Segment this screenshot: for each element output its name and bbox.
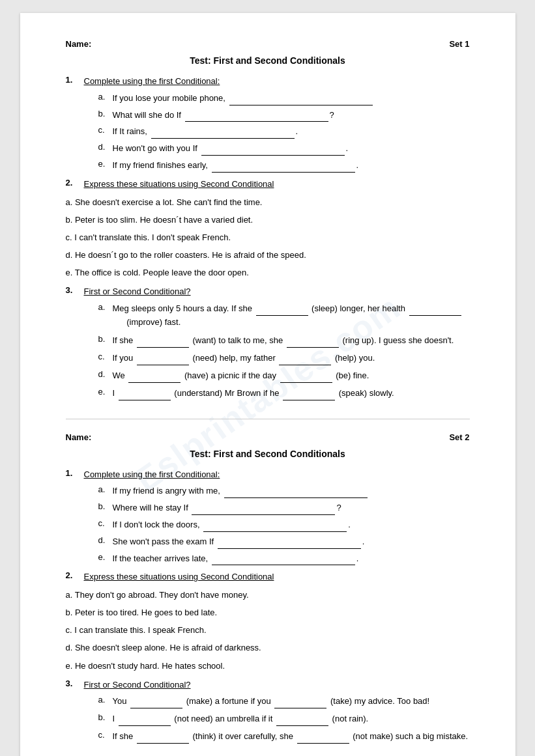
set2-q3: 3. First or Second Conditional?: [66, 679, 470, 692]
set2-q1-items: a. If my friend is angry with me, b. Whe…: [66, 484, 470, 565]
list-item: a. Meg sleeps only 5 hours a day. If she…: [98, 302, 470, 329]
blank[interactable]: [137, 339, 189, 348]
list-item: c. I can't translate this. I don't speak…: [66, 231, 470, 245]
blank[interactable]: [185, 113, 328, 122]
set2-name-label: Name:: [66, 432, 92, 442]
set2-set-label: Set 2: [449, 432, 469, 442]
list-item: e. He doesn't study hard. He hates schoo…: [66, 659, 470, 673]
list-item: b. What will she do If ?: [98, 109, 470, 122]
blank[interactable]: [218, 540, 361, 549]
set2-q2-text: Express these situations using Second Co…: [84, 570, 470, 584]
set1-q1-items: a. If you lose your mobile phone, b. Wha…: [66, 92, 470, 173]
list-item: a. She doesn't exercise a lot. She can't…: [66, 195, 470, 210]
list-item: c. If I don't lock the doors, .: [98, 518, 470, 532]
set1-set-label: Set 1: [449, 39, 469, 49]
blank[interactable]: [212, 163, 355, 173]
set2-q3-num: 3.: [66, 679, 84, 688]
blank[interactable]: [137, 356, 189, 365]
set1-q1-text: Complete using the first Conditional:: [84, 75, 470, 89]
set1-q2-items: a. She doesn't exercise a lot. She can't…: [66, 195, 470, 280]
set2-q1-text: Complete using the first Conditional:: [84, 468, 470, 482]
set1-q2-text: Express these situations using Second Co…: [84, 178, 470, 191]
separator: [66, 419, 470, 419]
set1-q3: 3. First or Second Conditional?: [66, 285, 470, 299]
blank[interactable]: [128, 374, 181, 383]
list-item: d. She won't pass the exam If .: [98, 535, 470, 549]
list-item: b. If she (want) to talk to me, she (rin…: [98, 334, 470, 348]
blank[interactable]: [203, 523, 347, 532]
list-item: d. He doesn´t go to the roller coasters.…: [66, 248, 470, 262]
list-item: b. Peter is too slim. He doesn´t have a …: [66, 213, 470, 227]
list-item: d. He won't go with you If .: [98, 142, 470, 156]
set2-q1: 1. Complete using the first Conditional:: [66, 468, 470, 482]
blank[interactable]: [192, 506, 335, 515]
blank[interactable]: [274, 699, 326, 708]
set1-header: Name: Set 1: [66, 39, 470, 49]
list-item: b. I (not need) an umbrella if it (not r…: [98, 712, 470, 726]
list-item: c. If It rains, .: [98, 125, 470, 139]
set1-q2: 2. Express these situations using Second…: [66, 178, 470, 191]
blank[interactable]: [130, 699, 182, 708]
list-item: a. If my friend is angry with me,: [98, 484, 470, 498]
blank[interactable]: [409, 307, 461, 316]
set2-q2: 2. Express these situations using Second…: [66, 570, 470, 584]
blank[interactable]: [212, 556, 355, 565]
list-item: e. The office is cold. People leave the …: [66, 266, 470, 280]
set2-q3-items: a. You (make) a fortune if you (take) my…: [66, 695, 470, 743]
set1-q1-num: 1.: [66, 75, 84, 85]
set1-q2-num: 2.: [66, 178, 84, 188]
blank[interactable]: [201, 147, 345, 156]
list-item: e. If my friend finishes early, .: [98, 159, 470, 173]
blank[interactable]: [279, 356, 331, 365]
list-item: d. She doesn't sleep alone. He is afraid…: [66, 641, 470, 655]
blank[interactable]: [297, 735, 349, 744]
blank[interactable]: [137, 735, 189, 744]
blank[interactable]: [287, 339, 339, 348]
blank[interactable]: [276, 717, 328, 726]
list-item: c. I can translate this. I speak French.: [66, 623, 470, 637]
set2-header: Name: Set 2: [66, 432, 470, 442]
set1-q1: 1. Complete using the first Conditional:: [66, 75, 470, 89]
blank[interactable]: [280, 374, 332, 383]
blank[interactable]: [256, 307, 308, 316]
set2-title: Test: First and Second Conditionals: [66, 449, 470, 459]
list-item: a. If you lose your mobile phone,: [98, 92, 470, 105]
list-item: e. If the teacher arrives late, .: [98, 552, 470, 566]
list-item: c. If she (think) it over carefully, she…: [98, 730, 470, 744]
set2-q2-items: a. They don't go abroad. They don't have…: [66, 588, 470, 673]
list-item: a. You (make) a fortune if you (take) my…: [98, 695, 470, 708]
blank[interactable]: [224, 489, 368, 498]
set2-q1-num: 1.: [66, 468, 84, 478]
list-item: d. We (have) a picnic if the day (be) fi…: [98, 369, 470, 383]
blank[interactable]: [119, 391, 171, 400]
blank[interactable]: [151, 130, 295, 139]
list-item: b. Peter is too tired. He goes to bed la…: [66, 606, 470, 620]
list-item: b. Where will he stay If ?: [98, 501, 470, 515]
set1-q3-items: a. Meg sleeps only 5 hours a day. If she…: [66, 302, 470, 400]
set1-q3-text: First or Second Conditional?: [84, 285, 470, 299]
set2-q3-text: First or Second Conditional?: [84, 679, 470, 692]
list-item: e. I (understand) Mr Brown if he (speak)…: [98, 387, 470, 400]
list-item: a. They don't go abroad. They don't have…: [66, 588, 470, 602]
set1-name-label: Name:: [66, 39, 92, 49]
blank[interactable]: [119, 717, 171, 726]
list-item: c. If you (need) help, my father (help) …: [98, 352, 470, 365]
set2-q2-num: 2.: [66, 570, 84, 580]
blank[interactable]: [283, 391, 335, 400]
blank[interactable]: [229, 96, 373, 105]
set1-q3-num: 3.: [66, 285, 84, 295]
set1-title: Test: First and Second Conditionals: [66, 55, 470, 66]
